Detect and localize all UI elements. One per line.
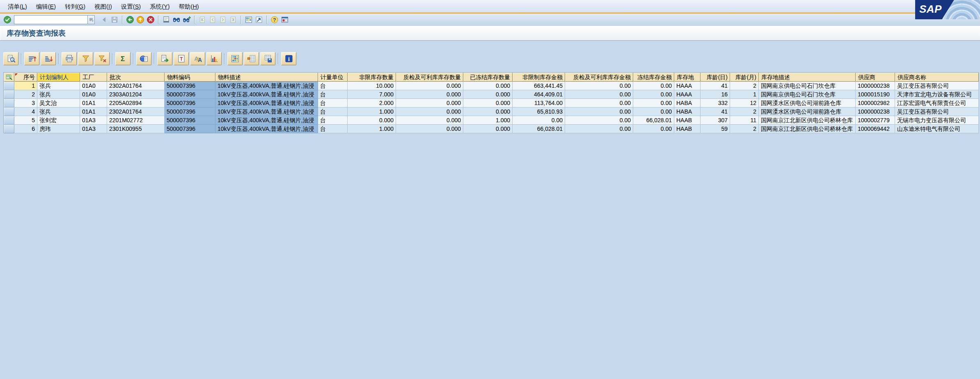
cell-material_desc[interactable]: 10kV变压器,400kVA,普通,硅钢片,油浸 (215, 99, 318, 107)
cell-qty_quality[interactable]: 0.000 (396, 116, 463, 125)
cell-qty_blocked[interactable]: 0.000 (463, 82, 513, 90)
column-header-plant[interactable]: 工厂 (80, 73, 107, 82)
menu-item-i[interactable]: 视图(I) (90, 2, 117, 12)
cell-qty_blocked[interactable]: 1.000 (463, 116, 513, 125)
cell-age_days[interactable]: 16 (701, 90, 730, 99)
delete-filter-button[interactable] (94, 52, 110, 65)
column-header-amt_unrestricted[interactable]: 非限制库存金额 (513, 73, 565, 82)
cell-material_desc[interactable]: 10kV变压器,400kVA,普通,硅钢片,油浸 (215, 82, 318, 90)
cell-vendor_name[interactable]: 江苏宏源电气有限责任公司 (895, 99, 979, 107)
cell-vendor_name[interactable]: 天津市宜北电力设备有限公司 (895, 90, 979, 99)
column-header-unit[interactable]: 计量单位 (318, 73, 348, 82)
cell-age_months[interactable]: 2 (730, 82, 759, 90)
column-header-age_days[interactable]: 库龄(日) (701, 73, 730, 82)
cell-vendor_name[interactable]: 吴江变压器有限公司 (895, 82, 979, 90)
cell-plant[interactable]: 01A3 (80, 116, 107, 125)
cell-amt_quality[interactable]: 0.00 (565, 107, 633, 116)
print-list-button[interactable] (62, 52, 77, 65)
cell-plant[interactable]: 01A0 (80, 82, 107, 90)
column-header-qty_unrestricted[interactable]: 非限库存数量 (348, 73, 396, 82)
cell-material_code[interactable]: 500007396 (165, 82, 215, 90)
cell-storage_loc[interactable]: HAAA (674, 90, 701, 99)
exit-button[interactable] (135, 15, 145, 25)
cell-planner[interactable]: 吴文治 (37, 99, 80, 107)
column-header-vendor_name[interactable]: 供应商名称 (895, 73, 979, 82)
set-filter-button[interactable] (78, 52, 93, 65)
cell-storage_desc[interactable]: 国网南京供电公司石门坎仓库 (759, 90, 856, 99)
cell-age_months[interactable]: 11 (730, 116, 759, 125)
cell-storage_desc[interactable]: 国网溧水区供电公司湖前路仓库 (759, 99, 856, 107)
cell-vendor[interactable]: 1000000238 (856, 82, 895, 90)
cell-qty_unrestricted[interactable]: 2.000 (348, 99, 396, 107)
cell-amt_unrestricted[interactable]: 65,810.93 (513, 107, 565, 116)
column-header-material_desc[interactable]: 物料描述 (215, 73, 318, 82)
cell-qty_blocked[interactable]: 0.000 (463, 107, 513, 116)
select-all-button[interactable] (4, 73, 14, 82)
cell-material_desc[interactable]: 10kV变压器,400kVA,普通,硅钢片,油浸 (215, 107, 318, 116)
cell-material_code[interactable]: 500007396 (165, 116, 215, 125)
cell-plant[interactable]: 01A3 (80, 125, 107, 133)
row-selector[interactable] (4, 99, 14, 107)
export-local-file-button[interactable] (157, 52, 172, 65)
cell-unit[interactable]: 台 (318, 116, 348, 125)
cell-qty_unrestricted[interactable]: 1.000 (348, 125, 396, 133)
graphic-button[interactable] (206, 52, 222, 65)
find-button[interactable] (171, 15, 181, 25)
change-layout-button[interactable] (244, 52, 259, 65)
print-preview-button[interactable] (136, 52, 151, 65)
cell-qty_unrestricted[interactable]: 0.000 (348, 116, 396, 125)
cell-material_code[interactable]: 500007396 (165, 99, 215, 107)
cell-batch[interactable]: 2205A02894 (107, 99, 165, 107)
cell-plant[interactable]: 01A1 (80, 99, 107, 107)
column-header-storage_loc[interactable]: 库存地 (674, 73, 701, 82)
column-header-qty_blocked[interactable]: 已冻结库存数量 (463, 73, 513, 82)
cell-vendor[interactable]: 1000002779 (856, 116, 895, 125)
select-layout-button[interactable] (227, 52, 243, 65)
menu-item-e[interactable]: 编辑(E) (32, 2, 60, 12)
cell-storage_desc[interactable]: 国网南京供电公司石门坎仓库 (759, 82, 856, 90)
cell-plant[interactable]: 01A1 (80, 107, 107, 116)
cell-amt_unrestricted[interactable]: 113,764.00 (513, 99, 565, 107)
cell-qty_quality[interactable]: 0.000 (396, 125, 463, 133)
cell-planner[interactable]: 张兵 (37, 107, 80, 116)
cell-storage_desc[interactable]: 国网溧水区供电公司湖前路仓库 (759, 107, 856, 116)
find-next-button[interactable] (181, 15, 192, 25)
cell-qty_unrestricted[interactable]: 1.000 (348, 107, 396, 116)
cell-storage_loc[interactable]: HAAB (674, 116, 701, 125)
cell-qty_quality[interactable]: 0.000 (396, 90, 463, 99)
cell-qty_quality[interactable]: 0.000 (396, 82, 463, 90)
cell-batch[interactable]: 2301K00955 (107, 125, 165, 133)
cell-storage_desc[interactable]: 国网南京江北新区供电公司桥林仓库 (759, 125, 856, 133)
cell-age_days[interactable]: 41 (701, 82, 730, 90)
cell-amt_blocked[interactable]: 0.00 (633, 107, 674, 116)
cell-planner[interactable]: 张兵 (37, 82, 80, 90)
row-selector[interactable] (4, 90, 14, 99)
cell-age_days[interactable]: 41 (701, 107, 730, 116)
details-button[interactable] (3, 52, 18, 65)
column-header-age_months[interactable]: 库龄(月) (730, 73, 759, 82)
spreadsheet-button[interactable]: AAA (190, 52, 205, 65)
column-header-seq[interactable]: 序号 (14, 73, 37, 82)
cell-vendor[interactable]: 1000015190 (856, 90, 895, 99)
sort-descending-button[interactable] (41, 52, 56, 65)
cell-qty_unrestricted[interactable]: 10.000 (348, 82, 396, 90)
row-selector[interactable] (4, 107, 14, 116)
cell-qty_blocked[interactable]: 0.000 (463, 125, 513, 133)
cell-qty_unrestricted[interactable]: 7.000 (348, 90, 396, 99)
cell-unit[interactable]: 台 (318, 107, 348, 116)
column-header-amt_quality[interactable]: 质检及可利库库存金额 (565, 73, 633, 82)
cell-age_months[interactable]: 2 (730, 125, 759, 133)
help-button[interactable]: ? (269, 15, 279, 25)
cell-age_months[interactable]: 2 (730, 107, 759, 116)
cell-amt_blocked[interactable]: 0.00 (633, 99, 674, 107)
cell-material_desc[interactable]: 10kV变压器,400kVA,普通,硅钢片,油浸 (215, 116, 318, 125)
cell-amt_quality[interactable]: 0.00 (565, 90, 633, 99)
cell-amt_unrestricted[interactable]: 464,409.01 (513, 90, 565, 99)
column-header-batch[interactable]: 批次 (107, 73, 165, 82)
cell-unit[interactable]: 台 (318, 82, 348, 90)
cell-vendor[interactable]: 1000069442 (856, 125, 895, 133)
cell-unit[interactable]: 台 (318, 90, 348, 99)
cell-planner[interactable]: 张兵 (37, 90, 80, 99)
cell-amt_unrestricted[interactable]: 0.00 (513, 116, 565, 125)
command-input[interactable] (14, 15, 87, 24)
